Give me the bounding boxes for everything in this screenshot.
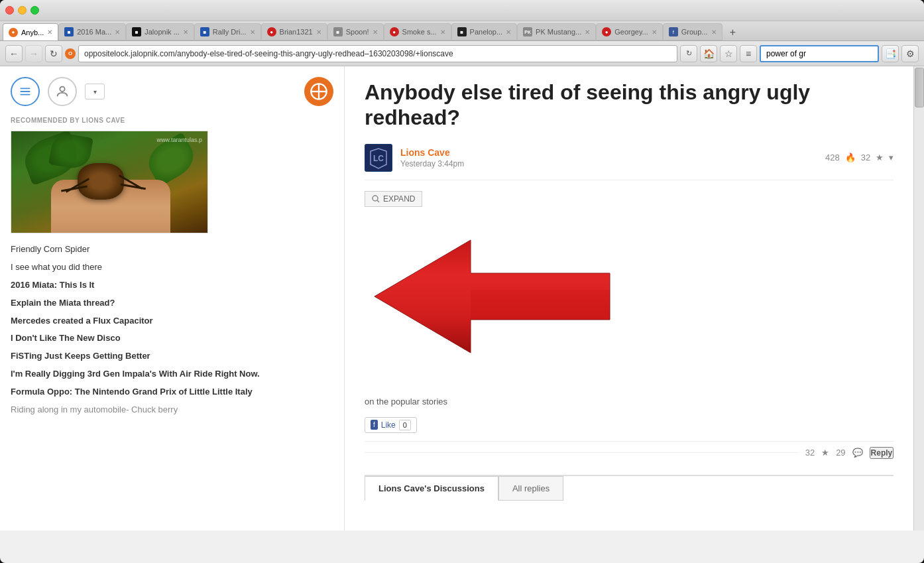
avatar-icon: LC xyxy=(365,145,392,171)
tab-close-8[interactable]: ✕ xyxy=(506,29,511,36)
sidebar-links: Friendly Corn Spider I see what you did … xyxy=(11,244,333,416)
bookmarks-button[interactable]: 📑 xyxy=(882,45,899,62)
tab-favicon-7: ● xyxy=(390,27,399,36)
sidebar-link-8[interactable]: Formula Oppo: The Nintendo Grand Prix of… xyxy=(11,387,333,398)
sidebar-link-2[interactable]: 2016 Miata: This Is It xyxy=(11,280,333,291)
fb-logo: f xyxy=(371,420,378,430)
search-input[interactable] xyxy=(760,45,879,62)
article-title: Anybody else tired of seeing this angry … xyxy=(365,80,894,131)
image-watermark: www.tarantulas.p xyxy=(156,137,202,143)
all-replies-tab[interactable]: All replies xyxy=(498,476,563,501)
address-input[interactable] xyxy=(78,45,677,62)
bookmark-button[interactable]: ☆ xyxy=(720,45,737,62)
back-button[interactable]: ← xyxy=(5,45,23,62)
reload-button[interactable]: ↻ xyxy=(45,45,62,62)
user-icon-button[interactable] xyxy=(48,77,77,106)
address-bar-container: O ↻ xyxy=(65,45,697,62)
post-meta: Lions Cave Yesterday 3:44pm xyxy=(400,147,817,168)
tab-label-5: Brian1321 xyxy=(280,28,313,36)
footer-star-icon: ★ xyxy=(821,448,829,458)
tab-7[interactable]: ● Smoke s... ✕ xyxy=(384,23,451,40)
fb-like-button[interactable]: f Like 0 xyxy=(365,417,417,433)
browser-window: ● Anyb... ✕ ■ 2016 Ma... ✕ ■ Jalopnik ..… xyxy=(0,0,924,563)
home-button[interactable]: 🏠 xyxy=(700,45,717,62)
post-footer: 32 ★ 29 💬 Reply xyxy=(365,441,894,464)
dropdown-icon[interactable]: ▾ xyxy=(889,153,894,162)
tab-9[interactable]: PK PK Mustang... ✕ xyxy=(517,23,596,40)
user-icon xyxy=(55,84,70,99)
recommended-label: RECOMMENDED BY LIONS CAVE xyxy=(11,117,333,124)
reply-button[interactable]: Reply xyxy=(870,447,894,459)
settings-button[interactable]: ⚙ xyxy=(901,45,919,62)
forward-button[interactable]: → xyxy=(25,45,42,62)
site-favicon: O xyxy=(65,48,76,59)
page-wrapper: ▾ RECOMMENDED BY LIONS CAVE xyxy=(0,66,924,531)
tab-5[interactable]: ● Brian1321 ✕ xyxy=(261,23,327,40)
orange-logo-button[interactable] xyxy=(304,77,333,106)
tab-4[interactable]: ■ Rally Dri... ✕ xyxy=(194,23,261,40)
footer-comment-icon: 💬 xyxy=(852,448,863,458)
tab-close-9[interactable]: ✕ xyxy=(585,29,590,36)
tab-close-11[interactable]: ✕ xyxy=(711,29,717,36)
post-author-name[interactable]: Lions Cave xyxy=(400,147,817,158)
discussions-tab[interactable]: Lions Cave's Discussions xyxy=(365,476,498,501)
scrollbar-thumb[interactable] xyxy=(915,68,924,107)
refresh-button[interactable]: ↻ xyxy=(680,45,697,62)
sidebar: ▾ RECOMMENDED BY LIONS CAVE xyxy=(0,66,345,531)
tab-active[interactable]: ● Anyb... ✕ xyxy=(3,23,58,40)
tab-favicon-10: ● xyxy=(602,27,611,36)
tab-close-4[interactable]: ✕ xyxy=(250,29,255,36)
sidebar-link-0[interactable]: Friendly Corn Spider xyxy=(11,244,333,255)
toolbar: ← → ↻ O ↻ 🏠 ☆ ≡ 📑 ⚙ xyxy=(0,41,924,66)
tab-close-5[interactable]: ✕ xyxy=(316,29,321,36)
stat-star-count: 32 xyxy=(861,153,870,162)
expand-button[interactable]: EXPAND xyxy=(365,191,422,207)
minimize-button[interactable] xyxy=(18,6,27,15)
tab-close-10[interactable]: ✕ xyxy=(652,29,657,36)
sidebar-dropdown[interactable]: ▾ xyxy=(85,84,105,99)
tab-close-2[interactable]: ✕ xyxy=(115,29,120,36)
sidebar-icons: ▾ xyxy=(11,77,333,106)
tab-favicon-6: ■ xyxy=(333,27,343,36)
sidebar-link-3[interactable]: Explain the Miata thread? xyxy=(11,298,333,309)
tab-label-11: Group... xyxy=(681,28,708,36)
tab-10[interactable]: ● Georgey... ✕ xyxy=(596,23,663,40)
fb-count-badge: 0 xyxy=(399,420,411,430)
sidebar-link-1[interactable]: I see what you did there xyxy=(11,262,333,273)
tab-3[interactable]: ■ Jalopnik ... ✕ xyxy=(126,23,194,40)
tab-close-6[interactable]: ✕ xyxy=(373,29,378,36)
close-button[interactable] xyxy=(5,6,14,15)
tab-close-1[interactable]: ✕ xyxy=(47,29,52,36)
tab-favicon-1: ● xyxy=(9,28,18,37)
tab-2[interactable]: ■ 2016 Ma... ✕ xyxy=(58,23,126,40)
tab-favicon-5: ● xyxy=(267,27,276,36)
star-icon: ★ xyxy=(876,153,884,162)
sidebar-link-7[interactable]: I'm Really Digging 3rd Gen Impala's With… xyxy=(11,369,333,380)
tab-bar: ● Anyb... ✕ ■ 2016 Ma... ✕ ■ Jalopnik ..… xyxy=(0,21,924,41)
tab-6[interactable]: ■ Spoon! ✕ xyxy=(327,23,384,40)
stat-count: 428 xyxy=(825,153,840,162)
footer-comment-count: 29 xyxy=(836,448,845,458)
tab-11[interactable]: f Group... ✕ xyxy=(663,23,722,40)
footer-star-count: 32 xyxy=(805,448,815,458)
svg-point-9 xyxy=(373,196,378,201)
fire-icon: 🔥 xyxy=(845,153,856,162)
main-content: Anybody else tired of seeing this angry … xyxy=(345,66,913,531)
tab-close-7[interactable]: ✕ xyxy=(440,29,445,36)
menu-button[interactable]: ≡ xyxy=(740,45,757,62)
maximize-button[interactable] xyxy=(30,6,39,15)
search-expand-icon xyxy=(372,195,380,203)
tab-label-1: Anyb... xyxy=(21,29,44,36)
menu-icon-button[interactable] xyxy=(11,77,40,106)
new-tab-button[interactable]: + xyxy=(725,25,741,40)
tab-label-8: Panelop... xyxy=(470,28,503,36)
sidebar-link-5[interactable]: I Don't Like The New Disco xyxy=(11,333,333,344)
tab-favicon-3: ■ xyxy=(132,27,141,36)
sidebar-link-6[interactable]: FiSTing Just Keeps Getting Better xyxy=(11,351,333,362)
sidebar-link-4[interactable]: Mercedes created a Flux Capacitor xyxy=(11,316,333,327)
tab-8[interactable]: ■ Panelop... ✕ xyxy=(451,23,518,40)
spider-image: www.tarantulas.p xyxy=(11,131,208,233)
tab-favicon-2: ■ xyxy=(64,27,74,36)
tab-close-3[interactable]: ✕ xyxy=(183,29,188,36)
sidebar-link-9[interactable]: Riding along in my automobile- Chuck ber… xyxy=(11,405,333,416)
